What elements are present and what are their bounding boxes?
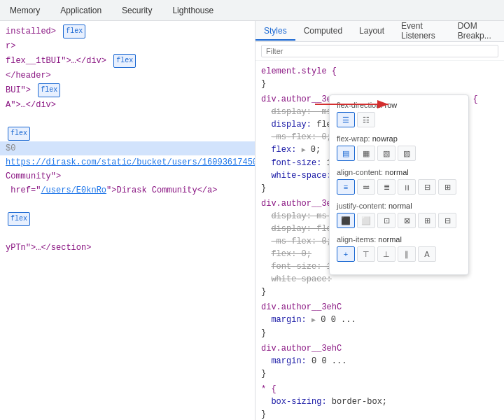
jc-btn-4[interactable]: ⊠ bbox=[398, 213, 416, 228]
css-rule-author-margin1: div.author__3ehC margin: ▶ 0 0 ... } bbox=[255, 300, 504, 341]
dom-url[interactable]: https://dirask.com/static/bucket/users/1… bbox=[6, 158, 255, 167]
flex-wrap-buttons: ▤ ▦ ▧ ▨ bbox=[337, 146, 461, 161]
css-close: } bbox=[261, 369, 266, 379]
flex-badge: flex bbox=[8, 212, 30, 226]
styles-tabs: Styles Computed Layout Event Listeners D… bbox=[255, 21, 504, 42]
flex-btn-nowrap[interactable]: ▤ bbox=[337, 146, 355, 161]
dom-line: BUI"> flex bbox=[0, 83, 255, 98]
dom-url-line[interactable]: https://dirask.com/static/bucket/users/1… bbox=[0, 155, 255, 169]
css-val: 0 0 ... bbox=[312, 356, 346, 366]
css-prop-margin: margin: bbox=[271, 315, 306, 325]
ac-btn-4[interactable]: ⫼ bbox=[398, 179, 416, 195]
css-prop-flex: flex: bbox=[271, 145, 296, 155]
dom-line bbox=[0, 197, 255, 211]
dom-line: yPTn">…</section> bbox=[0, 241, 255, 255]
tab-computed[interactable]: Computed bbox=[295, 22, 351, 41]
align-items-section: align-items: normal + ⊤ ⊥ ∥ A bbox=[337, 235, 461, 262]
css-val: 0 0 ... bbox=[321, 315, 356, 325]
dom-line: </header> bbox=[0, 69, 255, 83]
tab-security[interactable]: Security bbox=[112, 2, 162, 19]
tab-styles[interactable]: Styles bbox=[255, 22, 295, 41]
flex-btn-wrap-r[interactable]: ▧ bbox=[377, 146, 396, 161]
flex-wrap-label: flex-wrap: nowrap bbox=[337, 134, 461, 143]
css-rule-star1: * { box-sizing: border-box; } bbox=[255, 382, 504, 420]
dom-line bbox=[0, 112, 255, 126]
css-close: } bbox=[261, 328, 266, 338]
css-selector: element.style { bbox=[261, 66, 337, 76]
css-close: } bbox=[261, 79, 266, 89]
align-items-value: normal bbox=[378, 235, 402, 244]
ai-btn-4[interactable]: ∥ bbox=[398, 246, 416, 262]
flex-badge: flex bbox=[8, 127, 30, 141]
flex-wrap-value: nowrap bbox=[372, 134, 398, 143]
css-prop-strikethrough: white-space: bbox=[271, 274, 331, 284]
css-selector: div.author__3ehC bbox=[261, 302, 342, 312]
main-layout: installed> flex r> flex__1tBUI">…</div> … bbox=[0, 21, 504, 420]
css-prop-strikethrough: font-size: 14 bbox=[271, 262, 337, 272]
ac-btn-5[interactable]: ⊟ bbox=[418, 179, 436, 195]
flex-wrap-section: flex-wrap: nowrap ▤ ▦ ▧ ▨ bbox=[337, 134, 461, 161]
flex-btn-wrap[interactable]: ▦ bbox=[357, 146, 375, 161]
flex-btn-wrap-r2[interactable]: ▨ bbox=[398, 146, 416, 161]
ac-btn-1[interactable]: ≡ bbox=[337, 179, 355, 195]
right-panel: Styles Computed Layout Event Listeners D… bbox=[255, 21, 504, 420]
ai-btn-1[interactable]: + bbox=[337, 246, 355, 262]
css-rule-element-style: element.style { } bbox=[255, 64, 504, 92]
tab-layout[interactable]: Layout bbox=[351, 22, 393, 41]
flex-btn-column[interactable]: ☷ bbox=[357, 112, 375, 127]
flex-triangle: ▶ bbox=[302, 146, 306, 154]
css-prop-display: display: bbox=[271, 120, 312, 130]
align-content-value: normal bbox=[385, 168, 409, 176]
dom-line: r> bbox=[0, 39, 255, 53]
css-val: border-box; bbox=[332, 397, 387, 407]
ac-btn-2[interactable]: ⩸ bbox=[357, 179, 375, 195]
top-nav: Memory Application Security Lighthouse bbox=[0, 0, 504, 21]
justify-content-buttons: ⬛ ⬜ ⊡ ⊠ ⊞ ⊟ bbox=[337, 213, 461, 228]
css-prop-boxsizing: box-sizing: bbox=[271, 397, 326, 407]
flex-btn-row[interactable]: ☰ bbox=[337, 112, 355, 127]
flex-tooltip: flex-direction: row ☰ ☷ flex-wrap: nowra… bbox=[329, 94, 469, 275]
dom-line: flex bbox=[0, 211, 255, 227]
align-items-buttons: + ⊤ ⊥ ∥ A bbox=[337, 246, 461, 262]
flex-badge: flex bbox=[113, 54, 136, 68]
css-selector: div.author__3ehC bbox=[261, 344, 342, 354]
jc-btn-2[interactable]: ⬜ bbox=[357, 213, 375, 228]
jc-btn-3[interactable]: ⊡ bbox=[377, 213, 396, 228]
ai-btn-5[interactable]: A bbox=[418, 246, 436, 262]
dom-line: flex__1tBUI">…</div> flex bbox=[0, 53, 255, 69]
justify-content-value: normal bbox=[388, 202, 412, 210]
css-close: } bbox=[261, 410, 266, 419]
justify-content-label: justify-content: normal bbox=[337, 202, 461, 210]
align-content-buttons: ≡ ⩸ ≣ ⫼ ⊟ ⊞ bbox=[337, 179, 461, 195]
tab-application[interactable]: Application bbox=[50, 2, 112, 19]
tab-lighthouse[interactable]: Lighthouse bbox=[162, 2, 224, 19]
margin-triangle: ▶ bbox=[312, 316, 316, 324]
css-prop-margin: margin: bbox=[271, 356, 306, 366]
filter-input[interactable] bbox=[261, 45, 498, 57]
filter-bar bbox=[255, 42, 504, 61]
css-close: } bbox=[261, 287, 266, 297]
flex-direction-buttons: ☰ ☷ bbox=[337, 112, 461, 127]
jc-btn-6[interactable]: ⊟ bbox=[438, 213, 456, 228]
ac-btn-6[interactable]: ⊞ bbox=[438, 179, 456, 195]
css-close: } bbox=[261, 183, 266, 193]
justify-content-section: justify-content: normal ⬛ ⬜ ⊡ ⊠ ⊞ ⊟ bbox=[337, 202, 461, 228]
css-prop-whitespace: white-space: bbox=[271, 171, 331, 181]
ai-btn-2[interactable]: ⊤ bbox=[357, 246, 375, 262]
css-rules: element.style { } div.author__3ehC_ div.… bbox=[255, 61, 504, 420]
dom-selected-line: $0 bbox=[0, 141, 255, 155]
jc-btn-1[interactable]: ⬛ bbox=[337, 213, 355, 228]
red-arrow-svg bbox=[312, 97, 396, 111]
css-selector: * { bbox=[261, 384, 276, 394]
align-content-section: align-content: normal ≡ ⩸ ≣ ⫼ ⊟ ⊞ bbox=[337, 168, 461, 195]
tab-memory[interactable]: Memory bbox=[0, 2, 50, 19]
dom-line: Community"> bbox=[0, 169, 255, 183]
dom-anchor-line: href="/users/E0knRo">Dirask Community</a… bbox=[0, 183, 255, 197]
jc-btn-5[interactable]: ⊞ bbox=[418, 213, 436, 228]
dom-line bbox=[0, 227, 255, 241]
css-prop-fontsize: font-size: bbox=[271, 158, 321, 168]
dom-panel: installed> flex r> flex__1tBUI">…</div> … bbox=[0, 21, 255, 420]
ac-btn-3[interactable]: ≣ bbox=[377, 179, 396, 195]
ai-btn-3[interactable]: ⊥ bbox=[377, 246, 396, 262]
css-prop-strikethrough: -ms-flex: 0; bbox=[271, 237, 331, 246]
